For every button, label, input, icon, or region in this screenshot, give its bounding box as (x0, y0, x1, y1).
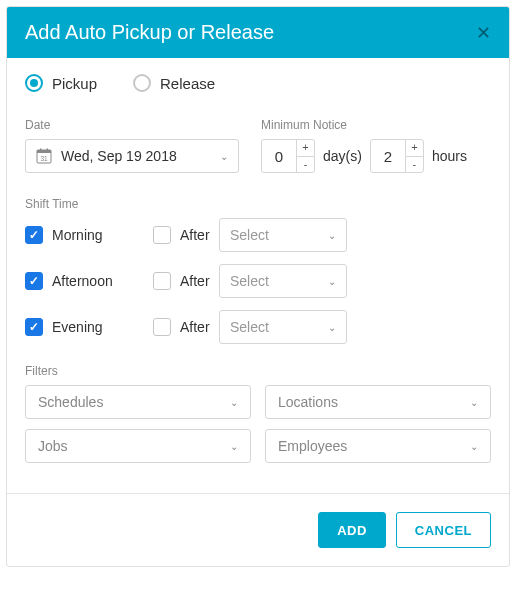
shift-row-afternoon: ✓ Afternoon After Select ⌄ (25, 264, 491, 298)
hours-unit: hours (432, 148, 467, 164)
date-picker[interactable]: 31 Wed, Sep 19 2018 ⌄ (25, 139, 239, 173)
afternoon-after-group[interactable]: After (153, 272, 219, 290)
modal-body: Pickup Release Date 31 Wed, Sep (7, 58, 509, 493)
evening-after-group[interactable]: After (153, 318, 219, 336)
check-icon: ✓ (29, 321, 39, 333)
chevron-down-icon: ⌄ (470, 397, 478, 408)
afternoon-label: Afternoon (52, 273, 113, 289)
date-field: Date 31 Wed, Sep 19 2018 ⌄ (25, 118, 239, 173)
radio-icon (133, 74, 151, 92)
filters-grid: Schedules ⌄ Locations ⌄ Jobs ⌄ Employees… (25, 385, 491, 463)
date-notice-row: Date 31 Wed, Sep 19 2018 ⌄ Minimum Notic… (25, 118, 491, 173)
morning-after-group[interactable]: After (153, 226, 219, 244)
svg-text:31: 31 (40, 155, 48, 162)
morning-label: Morning (52, 227, 103, 243)
afternoon-after-select[interactable]: Select ⌄ (219, 264, 347, 298)
filters-label: Filters (25, 364, 491, 378)
schedules-text: Schedules (38, 394, 230, 410)
jobs-filter[interactable]: Jobs ⌄ (25, 429, 251, 463)
chevron-down-icon: ⌄ (230, 441, 238, 452)
morning-after-select[interactable]: Select ⌄ (219, 218, 347, 252)
days-decrement[interactable]: - (297, 157, 314, 173)
cancel-button[interactable]: CANCEL (396, 512, 491, 548)
calendar-icon: 31 (36, 148, 52, 164)
jobs-text: Jobs (38, 438, 230, 454)
hours-stepper[interactable]: 2 + - (370, 139, 424, 173)
afternoon-after-checkbox[interactable] (153, 272, 171, 290)
modal: Add Auto Pickup or Release ✕ Pickup Rele… (6, 6, 510, 567)
chevron-down-icon: ⌄ (328, 322, 336, 333)
date-label: Date (25, 118, 239, 132)
shift-time-section: Shift Time ✓ Morning After Select ⌄ ✓ (25, 197, 491, 344)
notice-inputs: 0 + - day(s) 2 + - hours (261, 139, 491, 173)
chevron-down-icon: ⌄ (470, 441, 478, 452)
shift-row-morning: ✓ Morning After Select ⌄ (25, 218, 491, 252)
morning-checkbox-group[interactable]: ✓ Morning (25, 226, 153, 244)
employees-filter[interactable]: Employees ⌄ (265, 429, 491, 463)
days-stepper-buttons: + - (296, 140, 314, 172)
hours-decrement[interactable]: - (406, 157, 423, 173)
modal-title: Add Auto Pickup or Release (25, 21, 274, 44)
evening-checkbox-group[interactable]: ✓ Evening (25, 318, 153, 336)
shift-time-label: Shift Time (25, 197, 491, 211)
evening-after-checkbox[interactable] (153, 318, 171, 336)
mode-radio-group: Pickup Release (25, 74, 491, 92)
employees-text: Employees (278, 438, 470, 454)
chevron-down-icon: ⌄ (328, 276, 336, 287)
modal-header: Add Auto Pickup or Release ✕ (7, 7, 509, 58)
evening-after-label: After (180, 319, 210, 335)
close-icon[interactable]: ✕ (476, 22, 491, 44)
afternoon-after-label: After (180, 273, 210, 289)
filters-section: Filters Schedules ⌄ Locations ⌄ Jobs ⌄ E… (25, 364, 491, 463)
afternoon-checkbox[interactable]: ✓ (25, 272, 43, 290)
svg-rect-2 (40, 149, 42, 152)
radio-icon (25, 74, 43, 92)
release-label: Release (160, 75, 215, 92)
pickup-label: Pickup (52, 75, 97, 92)
morning-after-label: After (180, 227, 210, 243)
notice-label: Minimum Notice (261, 118, 491, 132)
days-increment[interactable]: + (297, 140, 314, 157)
locations-filter[interactable]: Locations ⌄ (265, 385, 491, 419)
morning-checkbox[interactable]: ✓ (25, 226, 43, 244)
locations-text: Locations (278, 394, 470, 410)
pickup-radio[interactable]: Pickup (25, 74, 97, 92)
select-placeholder: Select (230, 227, 328, 243)
release-radio[interactable]: Release (133, 74, 215, 92)
shift-row-evening: ✓ Evening After Select ⌄ (25, 310, 491, 344)
svg-rect-1 (37, 150, 51, 153)
date-value: Wed, Sep 19 2018 (61, 148, 220, 164)
hours-stepper-buttons: + - (405, 140, 423, 172)
select-placeholder: Select (230, 319, 328, 335)
chevron-down-icon: ⌄ (328, 230, 336, 241)
modal-footer: ADD CANCEL (7, 493, 509, 566)
days-stepper[interactable]: 0 + - (261, 139, 315, 173)
add-button[interactable]: ADD (318, 512, 386, 548)
morning-after-checkbox[interactable] (153, 226, 171, 244)
hours-value: 2 (371, 140, 405, 172)
check-icon: ✓ (29, 275, 39, 287)
notice-field: Minimum Notice 0 + - day(s) 2 + (261, 118, 491, 173)
check-icon: ✓ (29, 229, 39, 241)
days-unit: day(s) (323, 148, 362, 164)
evening-checkbox[interactable]: ✓ (25, 318, 43, 336)
days-value: 0 (262, 140, 296, 172)
svg-rect-3 (47, 149, 49, 152)
evening-label: Evening (52, 319, 103, 335)
chevron-down-icon: ⌄ (230, 397, 238, 408)
evening-after-select[interactable]: Select ⌄ (219, 310, 347, 344)
select-placeholder: Select (230, 273, 328, 289)
afternoon-checkbox-group[interactable]: ✓ Afternoon (25, 272, 153, 290)
schedules-filter[interactable]: Schedules ⌄ (25, 385, 251, 419)
hours-increment[interactable]: + (406, 140, 423, 157)
chevron-down-icon: ⌄ (220, 151, 228, 162)
